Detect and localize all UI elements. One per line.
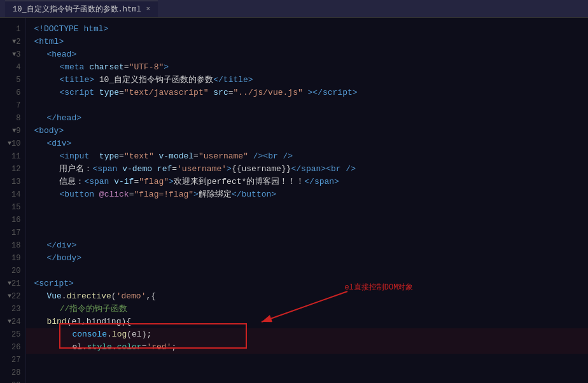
line-num-8: 8 bbox=[0, 112, 25, 125]
line-num-23: 23 bbox=[0, 303, 25, 316]
line-num-7: 7 bbox=[0, 99, 25, 112]
code-line-8: </head> bbox=[26, 112, 588, 125]
code-line-21: <script> bbox=[26, 277, 588, 290]
line-num-1: 1 bbox=[0, 23, 25, 36]
line-num-25: 25 bbox=[0, 328, 25, 341]
code-line-22: Vue.directive('demo',{ bbox=[26, 290, 588, 303]
tab[interactable]: 10_自定义指令钩子函数的参数.html × bbox=[5, 1, 158, 17]
code-line-18: </div> bbox=[26, 239, 588, 252]
code-line-17 bbox=[26, 226, 588, 239]
title-bar: 10_自定义指令钩子函数的参数.html × bbox=[0, 0, 588, 18]
code-line-7 bbox=[26, 99, 588, 112]
line-num-9: ▼9 bbox=[0, 125, 25, 137]
code-line-11: <input type="text" v-model="username" />… bbox=[26, 150, 588, 163]
line-num-15: 15 bbox=[0, 201, 25, 214]
code-line-4: <meta charset="UTF-8"> bbox=[26, 61, 588, 74]
code-line-3: <head> bbox=[26, 48, 588, 61]
line-num-20: 20 bbox=[0, 265, 25, 277]
code-line-9: <body> bbox=[26, 125, 588, 137]
line-num-29: 29 bbox=[0, 379, 25, 383]
code-line-24: bind(el,binding){ bbox=[26, 316, 588, 328]
line-num-5: 5 bbox=[0, 74, 25, 87]
line-numbers: 1 ▼2 ▼3 4 5 6 7 8 ▼9 ▼10 11 12 13 14 15 … bbox=[0, 18, 26, 383]
line-num-16: 16 bbox=[0, 214, 25, 226]
code-line-16 bbox=[26, 214, 588, 226]
line-num-22: ▼22 bbox=[0, 290, 25, 303]
code-line-1: <!DOCTYPE html> bbox=[26, 23, 588, 36]
line-num-2: ▼2 bbox=[0, 36, 25, 48]
line-num-21: ▼21 bbox=[0, 277, 25, 290]
code-line-20 bbox=[26, 265, 588, 277]
line-num-27: 27 bbox=[0, 354, 25, 366]
line-num-24: ▼24 bbox=[0, 316, 25, 328]
line-num-14: 14 bbox=[0, 188, 25, 201]
line-num-3: ▼3 bbox=[0, 48, 25, 61]
code-line-6: <script type="text/javascript" src="../j… bbox=[26, 87, 588, 99]
tab-label: 10_自定义指令钩子函数的参数.html bbox=[13, 4, 141, 15]
code-line-28 bbox=[26, 366, 588, 379]
line-num-4: 4 bbox=[0, 61, 25, 74]
code-line-5: <title> 10_自定义指令钩子函数的参数</title> bbox=[26, 74, 588, 87]
code-line-12: 用户名：<span v-demo ref='username'>{{userna… bbox=[26, 163, 588, 176]
line-num-11: 11 bbox=[0, 150, 25, 163]
code-line-2: <html> bbox=[26, 36, 588, 48]
line-num-18: 18 bbox=[0, 239, 25, 252]
line-num-13: 13 bbox=[0, 176, 25, 188]
line-num-10: ▼10 bbox=[0, 137, 25, 150]
code-line-29 bbox=[26, 379, 588, 383]
code-line-10: <div> bbox=[26, 137, 588, 150]
code-content[interactable]: <!DOCTYPE html> <html> <head> <meta char… bbox=[26, 18, 588, 383]
code-line-15 bbox=[26, 201, 588, 214]
line-num-6: 6 bbox=[0, 87, 25, 99]
code-line-14: <button @click="flag=!flag">解除绑定</button… bbox=[26, 188, 588, 201]
code-line-27 bbox=[26, 354, 588, 366]
code-line-25: console.log(el); bbox=[26, 328, 588, 341]
editor-area: 1 ▼2 ▼3 4 5 6 7 8 ▼9 ▼10 11 12 13 14 15 … bbox=[0, 18, 588, 383]
code-line-23: //指令的钩子函数 bbox=[26, 303, 588, 316]
code-line-19: </body> bbox=[26, 252, 588, 265]
line-num-12: 12 bbox=[0, 163, 25, 176]
tab-close-icon[interactable]: × bbox=[146, 5, 151, 13]
line-num-19: 19 bbox=[0, 252, 25, 265]
line-num-17: 17 bbox=[0, 226, 25, 239]
line-num-26: 26 bbox=[0, 341, 25, 354]
line-num-28: 28 bbox=[0, 366, 25, 379]
code-line-13: 信息：<span v-if="flag">欢迎来到perfect*的博客园！！！… bbox=[26, 176, 588, 188]
code-line-26: el.style.color='red'; bbox=[26, 341, 588, 354]
